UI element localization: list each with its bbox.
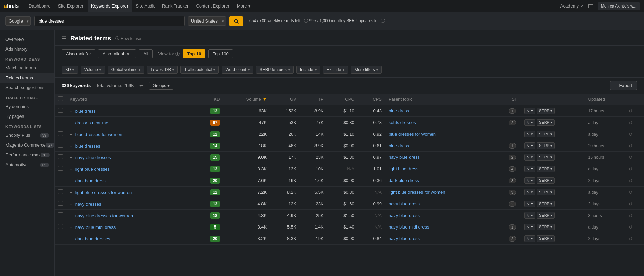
parent-topic-link[interactable]: navy blue dress	[389, 236, 420, 241]
col-header-gv[interactable]: GV	[270, 94, 299, 105]
row-checkbox[interactable]	[58, 108, 63, 113]
sidebar-item-search-suggestions[interactable]: Search suggestions	[0, 83, 54, 93]
add-keyword-icon[interactable]: +	[70, 120, 72, 125]
row-checkbox[interactable]	[58, 166, 63, 171]
col-header-select-all[interactable]	[55, 94, 66, 105]
add-keyword-icon[interactable]: +	[70, 108, 72, 114]
row-checkbox[interactable]	[58, 143, 63, 148]
tab-also-talk-about[interactable]: Also talk about	[98, 49, 136, 58]
add-keyword-icon[interactable]: +	[70, 132, 72, 137]
sidebar-item-automotive[interactable]: Automotive 65	[0, 160, 54, 170]
trend-button[interactable]: ∿ ▾	[524, 224, 535, 230]
serp-button[interactable]: SERP ▾	[537, 224, 555, 230]
refresh-icon[interactable]: ↺	[629, 166, 633, 172]
serp-button[interactable]: SERP ▾	[537, 108, 555, 114]
filter-volume[interactable]: Volume ▾	[81, 66, 105, 74]
col-header-sf[interactable]: SF	[494, 94, 521, 105]
keyword-link[interactable]: navy blue midi dress	[75, 225, 116, 230]
search-input[interactable]	[34, 16, 185, 26]
serp-button[interactable]: SERP ▾	[537, 166, 555, 172]
row-checkbox[interactable]	[58, 236, 63, 240]
engine-select[interactable]: Google	[5, 16, 31, 26]
sidebar-item-overview[interactable]: Overview	[0, 34, 54, 44]
parent-topic-link[interactable]: navy blue dress	[389, 155, 420, 160]
filter-more[interactable]: More filters ▾	[351, 66, 381, 74]
filter-global-volume[interactable]: Global volume ▾	[108, 66, 145, 74]
trend-button[interactable]: ∿ ▾	[524, 177, 535, 184]
col-header-cpc[interactable]: CPC	[327, 94, 358, 105]
row-checkbox[interactable]	[58, 131, 63, 136]
nav-rank-tracker[interactable]: Rank Tracker	[159, 0, 192, 12]
filter-kd[interactable]: KD ▾	[62, 66, 78, 74]
refresh-icon[interactable]: ↺	[629, 155, 633, 160]
serp-button[interactable]: SERP ▾	[537, 154, 555, 161]
serp-button[interactable]: SERP ▾	[537, 131, 555, 137]
row-checkbox[interactable]	[58, 178, 63, 182]
keyword-link[interactable]: light blue dresses for women	[75, 190, 132, 195]
filter-serp-features[interactable]: SERP features ▾	[256, 66, 294, 74]
add-keyword-icon[interactable]: +	[70, 201, 72, 207]
parent-topic-link[interactable]: blue dress	[389, 143, 409, 148]
refresh-icon[interactable]: ↺	[629, 143, 633, 149]
refresh-icon[interactable]: ↺	[629, 213, 633, 218]
col-header-kd[interactable]: KD	[195, 94, 223, 105]
serp-button[interactable]: SERP ▾	[537, 177, 555, 184]
nav-academy[interactable]: Academy ↗	[560, 3, 584, 9]
keyword-link[interactable]: blue dresses	[75, 143, 100, 149]
trend-button[interactable]: ∿ ▾	[524, 154, 535, 161]
trend-button[interactable]: ∿ ▾	[524, 108, 535, 114]
serp-button[interactable]: SERP ▾	[537, 119, 555, 126]
col-header-updated[interactable]: Updated	[585, 94, 626, 105]
refresh-icon[interactable]: ↺	[629, 178, 633, 183]
sidebar-item-matching-terms[interactable]: Matching terms	[0, 63, 54, 73]
hamburger-icon[interactable]: ☰	[62, 35, 66, 42]
keyword-link[interactable]: dresses near me	[75, 120, 108, 125]
serp-button[interactable]: SERP ▾	[537, 201, 555, 207]
country-select[interactable]: United States	[188, 16, 226, 26]
parent-topic-link[interactable]: navy blue midi dress	[389, 224, 429, 230]
keyword-link[interactable]: blue dress	[75, 109, 96, 114]
filter-lowest-dr[interactable]: Lowest DR ▾	[147, 66, 178, 74]
refresh-icon[interactable]: ↺	[629, 236, 633, 242]
trend-button[interactable]: ∿ ▾	[524, 201, 535, 207]
row-checkbox[interactable]	[58, 212, 63, 217]
parent-topic-link[interactable]: kohls dresses	[389, 120, 416, 125]
refresh-icon[interactable]: ↺	[629, 224, 633, 230]
serp-button[interactable]: SERP ▾	[537, 212, 555, 219]
row-checkbox[interactable]	[58, 201, 63, 206]
tab-top-10[interactable]: Top 10	[183, 49, 205, 58]
keyword-link[interactable]: light blue dresses	[75, 167, 110, 172]
parent-topic-link[interactable]: dark blue dress	[389, 178, 419, 183]
keyword-link[interactable]: dark blue dress	[75, 178, 106, 183]
col-header-tp[interactable]: TP	[300, 94, 327, 105]
add-keyword-icon[interactable]: +	[70, 236, 72, 242]
col-header-volume[interactable]: Volume ▼	[223, 94, 270, 105]
col-header-cps[interactable]: CPS	[358, 94, 385, 105]
add-keyword-icon[interactable]: +	[70, 224, 72, 230]
nav-content-explorer[interactable]: Content Explorer	[192, 0, 233, 12]
col-header-parent-topic[interactable]: Parent topic	[385, 94, 494, 105]
parent-topic-link[interactable]: navy blue dress	[389, 201, 420, 206]
parent-topic-link[interactable]: blue dresses for women	[389, 132, 436, 137]
nav-keywords-explorer[interactable]: Keywords Explorer	[88, 0, 132, 12]
refresh-icon[interactable]: ↺	[629, 201, 633, 207]
user-menu[interactable]: Monica Axinte's w...	[598, 2, 640, 10]
nav-more[interactable]: More ▾	[233, 0, 254, 12]
sidebar-item-performance-max[interactable]: Performance max 81	[0, 150, 54, 160]
groups-button[interactable]: Groups ▾	[149, 82, 173, 90]
refresh-icon[interactable]: ↺	[629, 120, 633, 125]
add-keyword-icon[interactable]: +	[70, 143, 72, 149]
export-button[interactable]: ↑ Export	[610, 81, 637, 90]
keyword-link[interactable]: navy blue dresses	[75, 155, 111, 160]
row-checkbox[interactable]	[58, 154, 63, 159]
sidebar-item-magento[interactable]: Magento Commerce 27	[0, 140, 54, 150]
nav-dashboard[interactable]: Dashboard	[25, 0, 54, 12]
keyword-link[interactable]: blue dresses for women	[75, 132, 122, 137]
refresh-icon[interactable]: ↺	[629, 132, 633, 137]
serp-button[interactable]: SERP ▾	[537, 189, 555, 195]
add-keyword-icon[interactable]: +	[70, 190, 72, 195]
col-header-keyword[interactable]: Keyword	[66, 94, 195, 105]
how-to-use-link[interactable]: ⓘ How to use	[115, 36, 141, 41]
refresh-icon[interactable]: ↺	[629, 190, 633, 195]
keyword-link[interactable]: dark blue dresses	[75, 236, 110, 242]
